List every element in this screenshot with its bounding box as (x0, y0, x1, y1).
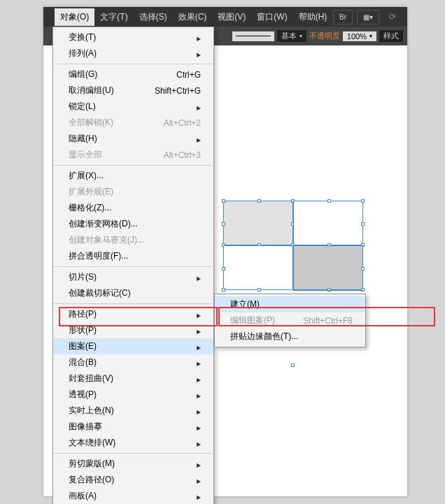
menu-item-label: 创建对象马赛克(J)... (69, 234, 144, 246)
menu-item-label: 形状(P) (69, 324, 97, 336)
opacity-value[interactable]: 100%▾ (343, 31, 376, 41)
submenu-arrow-icon (197, 422, 201, 432)
menu-item-label: 显示全部 (69, 149, 102, 161)
menu-item-label: 编组(G) (69, 69, 97, 80)
arrange-docs-icon[interactable]: ▦▾ (357, 10, 379, 24)
menu-item[interactable]: 复合路径(O) (53, 472, 213, 488)
submenu-item[interactable]: 拼贴边缘颜色(T)... (215, 329, 365, 345)
menu-item[interactable]: 剪切蒙版(M) (53, 456, 213, 472)
menu-item-label: 切片(S) (69, 271, 97, 283)
stroke-profile-combo[interactable]: 基本▾ (277, 30, 306, 42)
menu-item[interactable]: 取消编组(U)Shift+Ctrl+G (53, 82, 213, 99)
opacity-label: 不透明度 (309, 31, 340, 41)
submenu-arrow-icon (197, 374, 201, 384)
menu-item-label: 路径(P) (69, 308, 97, 320)
menu-view[interactable]: 视图(V) (212, 8, 251, 26)
menu-help[interactable]: 帮助(H) (293, 8, 333, 26)
submenu-arrow-icon (197, 475, 201, 485)
menu-item[interactable]: 编组(G)Ctrl+G (53, 66, 213, 82)
menu-item[interactable]: 画板(A) (53, 488, 213, 504)
submenu-arrow-icon (197, 390, 201, 400)
menu-effect[interactable]: 效果(C) (173, 8, 213, 26)
selected-rect-2[interactable] (293, 201, 363, 245)
submenu-arrow-icon (197, 102, 201, 112)
menu-item[interactable]: 拼合透明度(F)... (53, 248, 213, 264)
sync-icon[interactable]: ⟳ (383, 9, 402, 24)
submenu-arrow-icon (197, 273, 201, 282)
menu-type[interactable]: 文字(T) (94, 8, 133, 26)
menu-item: 创建对象马赛克(J)... (53, 232, 213, 248)
menu-item[interactable]: 图像描摹 (53, 419, 213, 435)
submenu-item-label: 拼贴边缘颜色(T)... (230, 331, 298, 343)
menu-item-label: 透视(P) (69, 389, 97, 401)
menu-separator (54, 64, 213, 64)
menu-item[interactable]: 隐藏(H) (53, 131, 213, 147)
menu-separator (54, 266, 213, 267)
menu-item-label: 扩展外观(E) (69, 186, 113, 198)
menu-item-label: 混合(B) (69, 357, 97, 368)
object-menu-dropdown: 变换(T)排列(A)编组(G)Ctrl+G取消编组(U)Shift+Ctrl+G… (52, 27, 214, 504)
menu-item-label: 创建裁切标记(C) (69, 287, 131, 299)
menu-item-label: 实时上色(N) (69, 405, 114, 417)
menu-item-label: 栅格化(Z)... (69, 202, 111, 214)
menu-item[interactable]: 排列(A) (53, 45, 213, 62)
menu-item-label: 复合路径(O) (69, 474, 114, 486)
menu-item-label: 画板(A) (69, 490, 97, 502)
submenu-arrow-icon (197, 459, 201, 469)
menu-item[interactable]: 封套扭曲(V) (53, 370, 213, 387)
menu-item-label: 图案(E) (69, 340, 97, 352)
menu-window[interactable]: 窗口(W) (251, 8, 292, 26)
menu-item[interactable]: 图案(E) (53, 338, 213, 354)
menu-object[interactable]: 对象(O) (55, 8, 94, 26)
menu-item-label: 锁定(L) (69, 101, 96, 113)
submenu-arrow-icon (197, 134, 201, 144)
menu-item[interactable]: 文本绕排(W) (53, 435, 213, 451)
menu-item[interactable]: 切片(S) (53, 269, 213, 285)
menu-item: 扩展外观(E) (53, 184, 213, 200)
submenu-arrow-icon (197, 342, 201, 352)
menu-item: 全部解锁(K)Alt+Ctrl+2 (53, 115, 213, 131)
menu-item[interactable]: 透视(P) (53, 387, 213, 403)
menu-select[interactable]: 选择(S) (134, 8, 173, 26)
menu-item-label: 排列(A) (69, 48, 97, 59)
menu-item-shortcut: Shift+Ctrl+G (155, 86, 201, 96)
menu-item: 显示全部Alt+Ctrl+3 (53, 147, 213, 163)
menu-item[interactable]: 变换(T) (53, 29, 213, 45)
submenu-arrow-icon (197, 310, 201, 319)
menu-item-label: 取消编组(U) (69, 85, 114, 96)
menu-item[interactable]: 栅格化(Z)... (53, 200, 213, 216)
menu-item-label: 隐藏(H) (69, 133, 97, 145)
menu-item-label: 创建渐变网格(D)... (69, 218, 138, 230)
menu-item-label: 剪切蒙版(M) (69, 458, 115, 470)
menu-item[interactable]: 锁定(L) (53, 99, 213, 115)
submenu-item: 编辑图案(P)Shift+Ctrl+F8 (215, 312, 365, 329)
menu-bar: 对象(O) 文字(T) 选择(S) 效果(C) 视图(V) 窗口(W) 帮助(H… (43, 7, 407, 27)
menu-item-label: 图像描摹 (69, 421, 102, 433)
submenu-item[interactable]: 建立(M) (215, 296, 365, 312)
app-window: 对象(O) 文字(T) 选择(S) 效果(C) 视图(V) 窗口(W) 帮助(H… (43, 7, 407, 496)
menu-item[interactable]: 路径(P) (53, 306, 213, 322)
style-combo[interactable]: 样式 (379, 30, 403, 42)
bridge-icon[interactable]: Br (333, 10, 353, 24)
menu-item[interactable]: 扩展(X)... (53, 168, 213, 184)
anchor-handle[interactable] (291, 363, 295, 367)
menu-item-label: 扩展(X)... (69, 170, 104, 182)
menu-item-label: 拼合透明度(F)... (69, 250, 128, 262)
menu-item-label: 封套扭曲(V) (69, 373, 113, 384)
menu-item-shortcut: Alt+Ctrl+2 (164, 118, 201, 128)
selected-rect-1[interactable] (223, 201, 293, 245)
menu-item[interactable]: 形状(P) (53, 322, 213, 338)
submenu-arrow-icon (197, 49, 201, 59)
guide-line (293, 290, 363, 291)
menu-item[interactable]: 混合(B) (53, 354, 213, 370)
stroke-style-swatch[interactable] (232, 31, 274, 41)
submenu-item-label: 编辑图案(P) (230, 315, 275, 326)
selected-rect-3[interactable] (293, 245, 363, 290)
menu-item[interactable]: 创建裁切标记(C) (53, 285, 213, 301)
submenu-arrow-icon (197, 33, 201, 43)
selected-rect-4[interactable] (223, 245, 293, 290)
submenu-item-label: 建立(M) (230, 298, 260, 310)
menu-item[interactable]: 创建渐变网格(D)... (53, 216, 213, 232)
menu-item[interactable]: 实时上色(N) (53, 403, 213, 419)
submenu-arrow-icon (197, 358, 201, 368)
